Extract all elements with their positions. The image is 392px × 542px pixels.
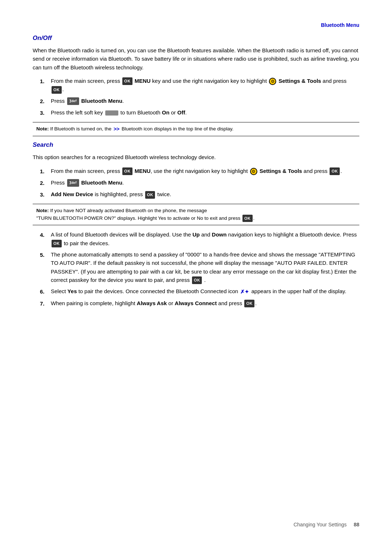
search-step-1: 1. From the main screen, press OK MENU, … [40,167,359,175]
settings-icon [250,168,257,175]
on-label: On [162,109,170,116]
ok-badge: OK [242,215,253,222]
down-label: Down [212,231,227,238]
three-badge: 3def [67,97,79,105]
step-number: 1. [40,77,51,85]
onoff-step-2: 2. Press 3def Bluetooth Menu. [40,97,359,105]
add-new-device-label: Add New Device [51,191,93,197]
soft-key-icon [105,110,118,116]
onoff-steps: 1. From the main screen, press OK MENU k… [33,77,359,117]
step-5: 5. The phone automatically attempts to s… [40,250,359,284]
ok-badge-2: OK [330,167,340,175]
step-content: Press 3def Bluetooth Menu. [51,97,359,105]
step-content: Press the left soft key to turn Bluetoot… [51,108,359,117]
step-content: Press 3def Bluetooth Menu. [51,178,359,187]
step-content: Select Yes to pair the devices. Once con… [51,287,359,296]
search-body: This option searches for a recognized Bl… [33,153,359,161]
onoff-step-3: 3. Press the left soft key to turn Bluet… [40,108,359,117]
step-content: When pairing is complete, highlight Alwa… [51,299,359,308]
settings-tools-label: Settings & Tools [278,78,321,84]
step-number: 2. [40,97,51,105]
off-label: Off [177,109,185,116]
always-ask-label: Always Ask [137,300,167,306]
three-badge: 3def [67,179,79,187]
step-content: The phone automatically attempts to send… [51,250,359,284]
menu-label: MENU [135,78,151,84]
ok-badge: OK [52,240,62,247]
up-label: Up [192,231,200,238]
bluetooth-menu-label: Bluetooth Menu [81,179,122,186]
continued-steps: 4. A list of found Bluetooth devices wil… [33,230,359,308]
bluetooth-menu-label: Bluetooth Menu [81,98,122,104]
bluetooth-icon: >> [114,125,119,133]
step-content: From the main screen, press OK MENU, use… [51,167,359,175]
search-step-2: 2. Press 3def Bluetooth Menu. [40,178,359,187]
ok-badge: OK [122,77,132,85]
step-number: 2. [40,178,51,187]
search-title: Search [33,141,359,149]
footer-label: Changing Your Settings [294,522,347,527]
step-content: Add New Device is highlighted, press OK … [51,190,359,199]
step-number: 3. [40,108,51,117]
step-content: From the main screen, press OK MENU key … [51,77,359,94]
onoff-title: On/Off [33,35,359,42]
note-1: Note: If Bluetooth is turned on, the >> … [33,122,359,136]
note-label: Note: [36,126,49,132]
page-header: Bluetooth Menu [33,22,359,28]
ok-badge: OK [122,167,132,175]
step-number: 7. [40,299,51,308]
onoff-step-1: 1. From the main screen, press OK MENU k… [40,77,359,94]
ok-badge: OK [145,191,155,199]
step-content: A list of found Bluetooth devices will b… [51,230,359,247]
header-title: Bluetooth Menu [321,22,359,28]
step-number: 1. [40,167,51,175]
step-number: 5. [40,250,51,259]
note-text: If you have NOT already activated Blueto… [36,208,254,221]
page-footer: Changing Your Settings 88 [294,522,359,527]
yes-label: Yes [68,288,77,294]
note-2: Note: If you have NOT already activated … [33,204,359,225]
search-section: Search This option searches for a recogn… [33,141,359,199]
ok-badge: OK [192,276,202,284]
search-steps: 1. From the main screen, press OK MENU, … [33,167,359,199]
always-connect-label: Always Connect [175,300,217,306]
settings-icon [269,78,276,85]
menu-label: MENU [135,168,151,174]
onoff-section: On/Off When the Bluetooth radio is turne… [33,35,359,117]
step-number: 6. [40,287,51,296]
onoff-body: When the Bluetooth radio is turned on, y… [33,46,359,72]
footer-page: 88 [354,522,359,527]
step-7: 7. When pairing is complete, highlight A… [40,299,359,308]
ok-badge-2: OK [52,86,62,94]
settings-tools-label: Settings & Tools [260,168,302,174]
ok-badge: OK [244,300,254,307]
note-text: If Bluetooth is turned on, the >> Blueto… [50,126,233,132]
page-container: Bluetooth Menu On/Off When the Bluetooth… [0,0,392,542]
search-step-3: 3. Add New Device is highlighted, press … [40,190,359,199]
bt-connected-icon: ✗✦ [240,288,249,296]
step-number: 4. [40,230,51,239]
note-label: Note: [36,208,49,213]
step-number: 3. [40,190,51,199]
step-4: 4. A list of found Bluetooth devices wil… [40,230,359,247]
step-6: 6. Select Yes to pair the devices. Once … [40,287,359,296]
